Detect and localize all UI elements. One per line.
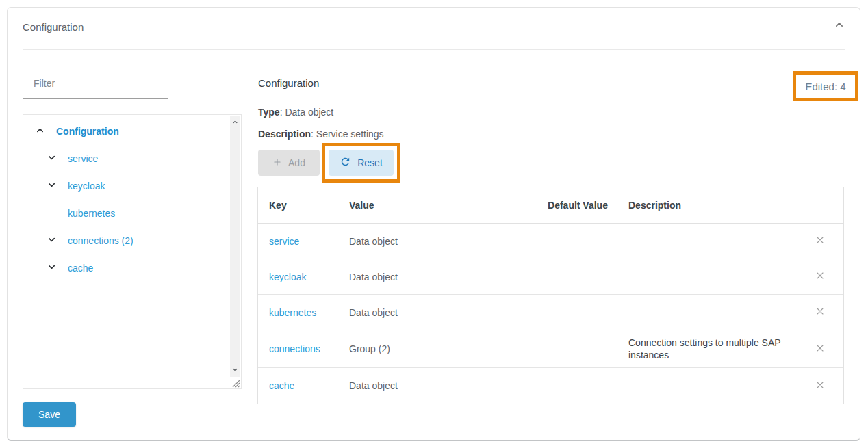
- refresh-icon: [340, 156, 351, 170]
- key-link[interactable]: kubernetes: [269, 307, 316, 318]
- expand-node-button[interactable]: [46, 153, 57, 164]
- expand-node-button[interactable]: [46, 181, 57, 192]
- chevron-down-icon: [47, 235, 57, 247]
- tree-item-connections[interactable]: connections (2): [68, 235, 133, 246]
- chevron-up-icon: [832, 18, 846, 34]
- close-icon: [815, 343, 826, 356]
- plus-icon: [272, 157, 282, 169]
- config-table: Key Value Default Value Description serv…: [257, 187, 844, 404]
- collapse-panel-button[interactable]: [831, 17, 847, 34]
- tree-item-keycloak[interactable]: keycloak: [68, 181, 105, 192]
- chevron-down-icon: [47, 262, 57, 274]
- configuration-card: Configuration Configuration service: [7, 7, 860, 441]
- reset-button[interactable]: Reset: [329, 150, 394, 176]
- reset-button-label: Reset: [357, 157, 383, 168]
- description-value: : Service settings: [311, 129, 384, 140]
- tree-node-keycloak: keycloak: [46, 179, 105, 193]
- value-cell: Data object: [338, 306, 544, 319]
- key-link[interactable]: connections: [269, 343, 320, 354]
- description-cell: Connection settings to multiple SAP inst…: [612, 337, 795, 361]
- tree-node-connections: connections (2): [46, 234, 133, 248]
- header-divider: [23, 49, 845, 50]
- chevron-up-icon[interactable]: [231, 117, 239, 128]
- tree-node-cache: cache: [46, 261, 93, 275]
- tree-item-kubernetes[interactable]: kubernetes: [68, 208, 115, 219]
- delete-row-button[interactable]: [812, 304, 828, 321]
- key-link[interactable]: service: [269, 236, 299, 247]
- tree-scrollbar[interactable]: [230, 116, 240, 377]
- close-icon: [815, 306, 826, 319]
- key-link[interactable]: cache: [269, 380, 294, 391]
- value-cell: Group (2): [338, 343, 544, 355]
- save-button[interactable]: Save: [23, 402, 76, 427]
- delete-row-button[interactable]: [812, 378, 828, 394]
- chevron-up-icon: [35, 125, 45, 137]
- close-icon: [815, 380, 826, 393]
- column-header-description: Description: [612, 199, 795, 211]
- resize-grip-icon[interactable]: [231, 378, 240, 388]
- description-label: Description: [258, 129, 311, 140]
- add-button[interactable]: Add: [258, 150, 320, 176]
- table-row: kubernetes Data object: [258, 295, 843, 330]
- column-header-value: Value: [338, 199, 544, 211]
- column-header-default-value: Default Value: [544, 199, 612, 211]
- expand-node-button[interactable]: [46, 235, 57, 246]
- type-line: Type: Data object: [258, 107, 333, 118]
- delete-row-button[interactable]: [812, 341, 828, 357]
- tree-item-configuration[interactable]: Configuration: [56, 126, 119, 137]
- table-row: keycloak Data object: [258, 259, 843, 295]
- chevron-down-icon: [47, 180, 57, 192]
- key-link[interactable]: keycloak: [269, 272, 306, 282]
- config-tree-panel: Configuration service keycloak kubernete…: [23, 114, 242, 389]
- tree-item-cache[interactable]: cache: [68, 263, 93, 274]
- table-header-row: Key Value Default Value Description: [258, 187, 843, 224]
- delete-row-button[interactable]: [812, 233, 828, 250]
- delete-row-button[interactable]: [812, 269, 828, 285]
- value-cell: Data object: [338, 235, 544, 248]
- reset-highlight-box: Reset: [322, 143, 400, 183]
- table-row: cache Data object: [258, 368, 843, 404]
- card-title: Configuration: [23, 21, 84, 33]
- tree-node-service: service: [46, 152, 98, 166]
- collapse-node-button[interactable]: [34, 126, 45, 137]
- chevron-down-icon: [47, 153, 57, 165]
- type-value: : Data object: [280, 107, 334, 118]
- add-button-label: Add: [288, 157, 305, 168]
- column-header-key: Key: [258, 199, 338, 211]
- tree-item-service[interactable]: service: [68, 153, 98, 164]
- close-icon: [815, 235, 826, 248]
- tree-node-configuration: Configuration: [34, 124, 119, 138]
- expand-node-button[interactable]: [46, 263, 57, 274]
- description-line: Description: Service settings: [258, 129, 384, 140]
- value-cell: Data object: [338, 380, 544, 392]
- chevron-down-icon[interactable]: [231, 365, 239, 375]
- edited-highlight-box: Edited: 4: [793, 71, 858, 101]
- tree-node-kubernetes: kubernetes: [68, 207, 115, 220]
- close-icon: [815, 270, 826, 283]
- selected-node-title: Configuration: [258, 77, 319, 89]
- table-row: connections Group (2) Connection setting…: [258, 330, 843, 368]
- type-label: Type: [258, 107, 280, 118]
- filter-input[interactable]: [23, 69, 168, 99]
- value-cell: Data object: [338, 271, 544, 283]
- table-row: service Data object: [258, 224, 843, 259]
- edited-count-badge: Edited: 4: [805, 81, 845, 92]
